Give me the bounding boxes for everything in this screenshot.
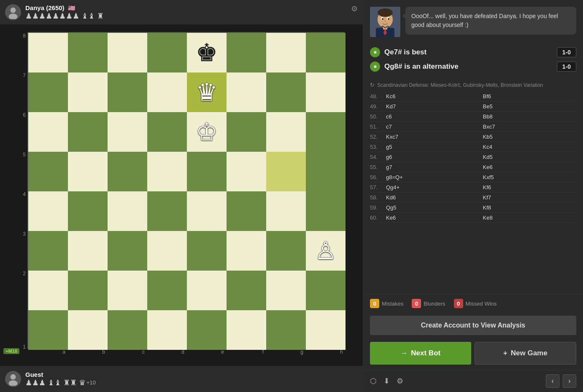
square-h7[interactable] [306, 72, 345, 112]
square-b7[interactable] [68, 72, 108, 112]
mistakes-badge: 0 [370, 299, 379, 308]
square-h2[interactable] [306, 271, 345, 310]
move-list[interactable]: 48. Kc6 Bf6 49. Kd7 Be5 50. c6 Bb8 51. c… [363, 91, 583, 294]
toolbar-right: ‹ › [546, 374, 576, 388]
move-score-2: 1-0 [557, 62, 576, 72]
square-c6[interactable] [108, 112, 147, 152]
square-e4[interactable] [187, 191, 227, 231]
svg-point-1 [9, 13, 18, 19]
move-row-57: 57. Qg4+ Kf6 [370, 183, 576, 193]
square-f4[interactable] [227, 191, 266, 231]
square-e7[interactable]: ♛ [187, 72, 227, 112]
board-container: 8 7 6 5 4 3 2 1 ♚ [18, 32, 345, 358]
rank-3: 3 [18, 231, 27, 271]
square-b1[interactable] [68, 310, 108, 350]
square-c7[interactable] [108, 72, 147, 112]
download-icon[interactable]: ⬇ [383, 376, 390, 386]
square-c8[interactable] [108, 33, 147, 72]
square-g3[interactable] [266, 231, 306, 271]
square-a4[interactable] [28, 191, 68, 231]
square-b6[interactable] [68, 112, 108, 152]
square-b3[interactable] [68, 231, 108, 271]
square-g4[interactable] [266, 191, 306, 231]
white-pawn: ♙ [315, 239, 337, 263]
square-b2[interactable] [68, 271, 108, 310]
square-d5[interactable] [147, 152, 187, 191]
file-c: c [107, 349, 146, 358]
square-d7[interactable] [147, 72, 187, 112]
settings-gear-icon[interactable]: ⚙ [351, 4, 358, 13]
square-d2[interactable] [147, 271, 187, 310]
square-h6[interactable] [306, 112, 345, 152]
square-f5[interactable] [227, 152, 266, 191]
square-f6[interactable] [227, 112, 266, 152]
square-a1[interactable] [28, 310, 68, 350]
move-row-56: 56. g8=Q+ Kxf5 [370, 172, 576, 183]
square-c1[interactable] [108, 310, 147, 350]
square-g8[interactable] [266, 33, 306, 72]
square-g7[interactable] [266, 72, 306, 112]
chess-board[interactable]: ♚ ♛ [27, 32, 345, 349]
square-a2[interactable] [28, 271, 68, 310]
square-c5[interactable] [108, 152, 147, 191]
square-g1[interactable] [266, 310, 306, 350]
square-g5[interactable] [266, 152, 306, 191]
square-e5[interactable] [187, 152, 227, 191]
top-player-bar: Danya (2650) 🇺🇸 ♟♟♟♟♟♟♟♟ ♝♝ ♜ ⚙ [0, 0, 363, 24]
square-e2[interactable] [187, 271, 227, 310]
square-d6[interactable] [147, 112, 187, 152]
square-d8[interactable] [147, 33, 187, 72]
square-f3[interactable] [227, 231, 266, 271]
square-a5[interactable] [28, 152, 68, 191]
square-d1[interactable] [147, 310, 187, 350]
square-a8[interactable] [28, 33, 68, 72]
move-row-48: 48. Kc6 Bf6 [370, 91, 576, 102]
square-d4[interactable] [147, 191, 187, 231]
svg-point-14 [384, 20, 386, 22]
next-bot-button[interactable]: → Next Bot [370, 342, 471, 365]
square-h8[interactable] [306, 33, 345, 72]
move-score-1: 1-0 [557, 47, 576, 57]
stat-blunders: 0 Blunders [412, 299, 445, 308]
share-icon[interactable]: ⬡ [370, 376, 377, 386]
move-row-51: 51. c7 Bxc7 [370, 122, 576, 132]
square-d3[interactable] [147, 231, 187, 271]
square-g6[interactable] [266, 112, 306, 152]
square-c3[interactable] [108, 231, 147, 271]
square-b8[interactable] [68, 33, 108, 72]
prev-button[interactable]: ‹ [546, 374, 559, 388]
square-a6[interactable] [28, 112, 68, 152]
square-f1[interactable] [227, 310, 266, 350]
square-f8[interactable] [227, 33, 266, 72]
square-b4[interactable] [68, 191, 108, 231]
file-e: e [186, 349, 226, 358]
new-game-button[interactable]: + New Game [475, 342, 577, 365]
square-c2[interactable] [108, 271, 147, 310]
square-e3[interactable] [187, 231, 227, 271]
plus-icon: + [503, 349, 507, 357]
stat-mistakes: 0 Mistakes [370, 299, 403, 308]
square-a3[interactable] [28, 231, 68, 271]
square-a7[interactable] [28, 72, 68, 112]
move-suggestion-1: ★ Qe7# is best 1-0 [370, 47, 576, 57]
square-e8[interactable]: ♚ [187, 33, 227, 72]
square-h5[interactable] [306, 152, 345, 191]
settings-icon[interactable]: ⚙ [397, 376, 403, 386]
square-e1[interactable] [187, 310, 227, 350]
white-queen: ♛ [196, 80, 218, 105]
board-wrapper: 8 7 6 5 4 3 2 1 ♚ [0, 24, 363, 366]
square-b5[interactable] [68, 152, 108, 191]
square-c4[interactable] [108, 191, 147, 231]
square-h3[interactable]: ♙ [306, 231, 345, 271]
square-h1[interactable] [306, 310, 345, 350]
square-h4[interactable] [306, 191, 345, 231]
black-king: ♚ [196, 40, 218, 65]
file-d: d [146, 349, 186, 358]
square-f7[interactable] [227, 72, 266, 112]
square-g2[interactable] [266, 271, 306, 310]
square-e6[interactable]: ♔ [187, 112, 227, 152]
next-button[interactable]: › [563, 374, 576, 388]
bottom-toolbar: ⬡ ⬇ ⚙ ‹ › [363, 370, 583, 392]
square-f2[interactable] [227, 271, 266, 310]
create-account-button[interactable]: Create Account to View Analysis [370, 316, 576, 335]
